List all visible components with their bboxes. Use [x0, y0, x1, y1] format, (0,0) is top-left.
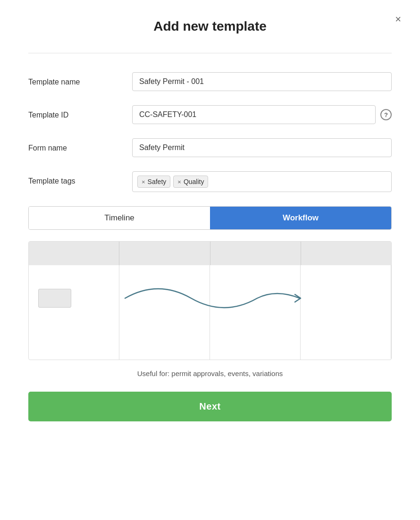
workflow-col-3	[210, 242, 301, 265]
tag-quality-remove[interactable]: ×	[177, 178, 181, 185]
tag-safety-remove[interactable]: ×	[142, 178, 145, 185]
template-name-row: Template name	[28, 72, 392, 91]
form-name-label: Form name	[28, 138, 132, 153]
template-id-input[interactable]	[132, 105, 376, 124]
workflow-body-col-3	[210, 265, 301, 360]
template-id-input-wrap: ?	[132, 105, 392, 124]
header-divider	[28, 53, 392, 53]
template-name-input[interactable]	[132, 72, 392, 91]
workflow-col-4	[301, 242, 391, 265]
template-name-label: Template name	[28, 72, 132, 87]
template-tags-label: Template tags	[28, 171, 132, 186]
tag-quality: × Quality	[173, 176, 208, 188]
template-tags-input-wrap: × Safety × Quality	[132, 171, 392, 192]
template-tags-row: Template tags × Safety × Quality	[28, 171, 392, 192]
template-name-input-wrap	[132, 72, 392, 91]
workflow-col-2	[119, 242, 210, 265]
close-button[interactable]: ×	[395, 14, 401, 25]
modal-title: Add new template	[28, 19, 392, 34]
template-id-label: Template ID	[28, 105, 132, 120]
form-name-input[interactable]	[132, 138, 392, 157]
template-id-row: Template ID ?	[28, 105, 392, 124]
tag-safety-label: Safety	[148, 178, 167, 185]
tag-safety: × Safety	[137, 176, 170, 188]
workflow-body-col-2	[119, 265, 210, 360]
workflow-body-col-1	[29, 265, 119, 360]
toggle-group: Timeline Workflow	[28, 206, 392, 230]
workflow-tab[interactable]: Workflow	[210, 207, 391, 229]
form-name-row: Form name	[28, 138, 392, 157]
help-icon[interactable]: ?	[380, 109, 392, 120]
workflow-col-1	[29, 242, 119, 265]
workflow-node	[38, 289, 71, 308]
workflow-header	[29, 242, 391, 265]
workflow-preview	[28, 241, 392, 360]
modal-header: Add new template	[28, 19, 392, 34]
useful-text: Useful for: permit approvals, events, va…	[28, 369, 392, 377]
modal-container: × Add new template Template name Templat…	[0, 0, 420, 520]
tag-quality-label: Quality	[184, 178, 204, 185]
next-button[interactable]: Next	[28, 392, 392, 421]
workflow-body-col-4	[301, 265, 391, 360]
tags-input-container[interactable]: × Safety × Quality	[132, 171, 392, 192]
timeline-tab[interactable]: Timeline	[29, 207, 210, 229]
form-name-input-wrap	[132, 138, 392, 157]
workflow-body	[29, 265, 391, 360]
